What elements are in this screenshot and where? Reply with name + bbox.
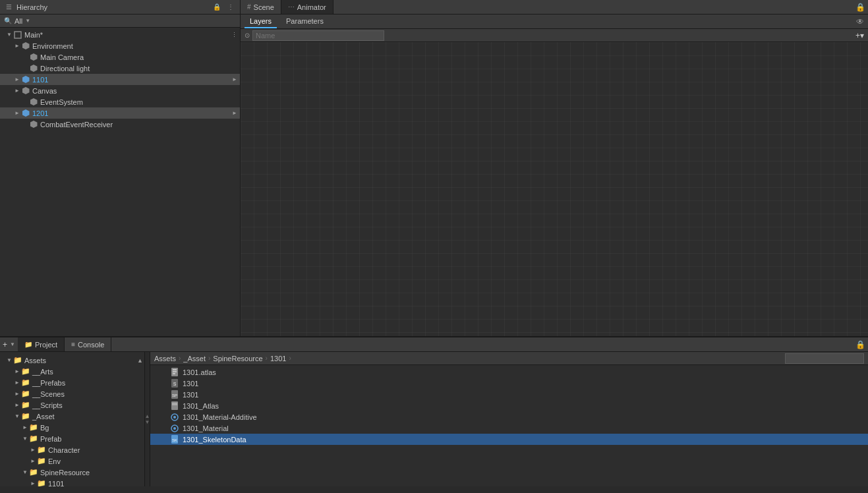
file-item-1301-2[interactable]: SP 1301 (150, 389, 868, 400)
tree-item-assets[interactable]: ▼ 📁 Assets ▲ (0, 355, 144, 366)
file-item-1301-1[interactable]: S 1301 (150, 378, 868, 389)
hierarchy-menu-icon[interactable]: ⋮ (225, 3, 236, 11)
tree-label-directional-light: Directional light (40, 65, 90, 72)
file-list: 1301.atlas S 1301 SP 1301 (150, 365, 868, 486)
tree-arrow-env[interactable]: ► (29, 458, 37, 464)
tree-arrow-1201[interactable]: ► (13, 110, 21, 116)
main-menu-btn[interactable]: ⋮ (231, 32, 237, 38)
hierarchy-tree: ▼ Main* ⋮ ► Environment (0, 28, 240, 336)
file-icon-atlas (170, 368, 179, 377)
tree-item-environment[interactable]: ► Environment (0, 40, 240, 51)
tree-item-asset[interactable]: ▼ 📁 _Asset (0, 411, 144, 422)
project-resizer[interactable]: ▲ ▼ (145, 352, 150, 486)
tree-arrow-assets[interactable]: ▼ (5, 357, 13, 363)
folder-icon-asset: 📁 (21, 412, 30, 421)
tree-label-1201: 1201 (32, 109, 48, 117)
project-add-btn[interactable]: + (0, 340, 10, 349)
tree-arrow-arts[interactable]: ► (13, 368, 21, 374)
file-browser: Assets › _Asset › SpineResource › 1301 ›… (150, 352, 868, 486)
tree-item-scripts[interactable]: ► 📁 __Scripts (0, 399, 144, 411)
file-item-atlas[interactable]: 1301.atlas (150, 366, 868, 378)
tree-arrow-1101-folder[interactable]: ► (29, 480, 37, 486)
project-add-arrow[interactable]: ▼ (10, 341, 15, 347)
folder-icon-prefabs: 📁 (21, 378, 30, 388)
hierarchy-search-bar: 🔍 All ▼ (0, 14, 240, 28)
folder-icon-arts: 📁 (21, 367, 30, 376)
tab-scene[interactable]: # Scene (241, 0, 281, 14)
tree-label-prefab: Prefab (40, 435, 61, 443)
animator-grid (241, 42, 868, 336)
breadcrumb-asset[interactable]: _Asset (183, 355, 206, 362)
tree-item-main[interactable]: ▼ Main* ⋮ (0, 29, 240, 40)
tree-arrow-1101[interactable]: ► (13, 76, 21, 82)
bottom-lock-icon[interactable]: 🔒 (853, 340, 868, 349)
tree-item-env[interactable]: ► 📁 Env (0, 455, 144, 467)
tree-item-canvas[interactable]: ► Canvas (0, 85, 240, 96)
tree-item-1101-folder[interactable]: ► 📁 1101 (0, 478, 144, 486)
project-tree: ▼ 📁 Assets ▲ ► 📁 __Arts ► 📁 __Prefabs (0, 352, 145, 486)
animator-eye-icon[interactable]: 👁 (856, 17, 864, 26)
file-label-1301-1: 1301 (183, 380, 198, 388)
file-item-material[interactable]: 1301_Material (150, 422, 868, 434)
folder-icon-env: 📁 (37, 457, 46, 466)
file-item-material-additive[interactable]: 1301_Material-Additive (150, 411, 868, 422)
hierarchy-title: Hierarchy (16, 3, 208, 11)
tree-item-combat-event-receiver[interactable]: CombatEventReceiver (0, 119, 240, 130)
tree-arrow-main[interactable]: ▼ (5, 32, 13, 38)
folder-icon-spine-resource: 📁 (29, 468, 38, 477)
bottom-tabs: + ▼ 📁 Project ≡ Console 🔒 (0, 337, 868, 352)
tree-item-prefab[interactable]: ▼ 📁 Prefab (0, 433, 144, 444)
tree-label-event-system: EventSystem (40, 98, 83, 106)
animator-toolbar: Layers Parameters 👁 (241, 14, 868, 29)
tree-arrow-scripts[interactable]: ► (13, 402, 21, 408)
tree-arrow-canvas[interactable]: ► (13, 88, 21, 94)
tree-item-scenes[interactable]: ► 📁 __Scenes (0, 388, 144, 399)
tree-item-bg[interactable]: ► 📁 Bg (0, 422, 144, 433)
animator-name-input[interactable] (252, 30, 384, 41)
tree-item-1101[interactable]: ► 1101 ► (0, 74, 240, 85)
tab-parameters[interactable]: Parameters (281, 14, 329, 28)
file-item-1301-atlas2[interactable]: 1301_Atlas (150, 400, 868, 411)
tree-item-arts[interactable]: ► 📁 __Arts (0, 366, 144, 377)
svg-rect-10 (172, 403, 177, 405)
hierarchy-lock-icon[interactable]: 🔒 (211, 3, 223, 11)
tree-arrow-right-1201: ► (232, 110, 237, 116)
tab-animator-label: Animator (297, 3, 326, 11)
tab-console[interactable]: ≡ Console (65, 337, 111, 351)
tree-item-character[interactable]: ► 📁 Character (0, 444, 144, 455)
hierarchy-add-btn[interactable]: ☰ (4, 3, 14, 11)
file-item-skeleton-data[interactable]: SK 1301_SkeletonData (150, 434, 868, 445)
tree-arrow-character[interactable]: ► (29, 447, 37, 453)
tree-item-1201[interactable]: ► 1201 ► (0, 107, 240, 119)
tree-item-spine-resource[interactable]: ▼ 📁 SpineResource (0, 467, 144, 478)
tree-label-environment: Environment (32, 42, 73, 50)
tree-label-prefabs: __Prefabs (32, 379, 65, 387)
tree-item-event-system[interactable]: EventSystem (0, 96, 240, 107)
tree-arrow-spine-resource[interactable]: ▼ (21, 469, 29, 475)
breadcrumb-spine-resource[interactable]: SpineResource (213, 355, 262, 362)
tree-item-prefabs[interactable]: ► 📁 __Prefabs (0, 377, 144, 388)
breadcrumb-1301[interactable]: 1301 (270, 355, 286, 362)
tree-item-main-camera[interactable]: Main Camera (0, 51, 240, 63)
tree-item-directional-light[interactable]: Directional light (0, 63, 240, 74)
file-search-input[interactable] (785, 353, 864, 364)
animator-add-btn[interactable]: +▾ (855, 31, 864, 40)
search-dropdown[interactable]: All (14, 17, 22, 25)
tab-animator[interactable]: ⋯ Animator (281, 0, 333, 14)
tree-arrow-asset[interactable]: ▼ (13, 413, 21, 419)
tab-layers[interactable]: Layers (245, 14, 277, 28)
breadcrumb-assets[interactable]: Assets (154, 355, 176, 362)
tree-arrow-scenes[interactable]: ► (13, 391, 21, 397)
scene-lock-icon[interactable]: 🔒 (853, 3, 868, 12)
tree-arrow-bg[interactable]: ► (21, 424, 29, 430)
tree-arrow-prefabs[interactable]: ► (13, 380, 21, 386)
tree-arrow-environment[interactable]: ► (13, 43, 21, 49)
search-arrow[interactable]: ▼ (25, 18, 30, 24)
cube-icon-main-camera (29, 53, 38, 62)
tab-scene-label: Scene (254, 3, 274, 11)
tree-arrow-prefab[interactable]: ▼ (21, 436, 29, 442)
tab-project[interactable]: 📁 Project (18, 337, 65, 351)
hierarchy-panel: ☰ Hierarchy 🔒 ⋮ 🔍 All ▼ ▼ Main* ⋮ (0, 0, 241, 336)
tree-label-assets: Assets (24, 357, 46, 364)
assets-collapse-btn[interactable]: ▲ (137, 357, 143, 364)
